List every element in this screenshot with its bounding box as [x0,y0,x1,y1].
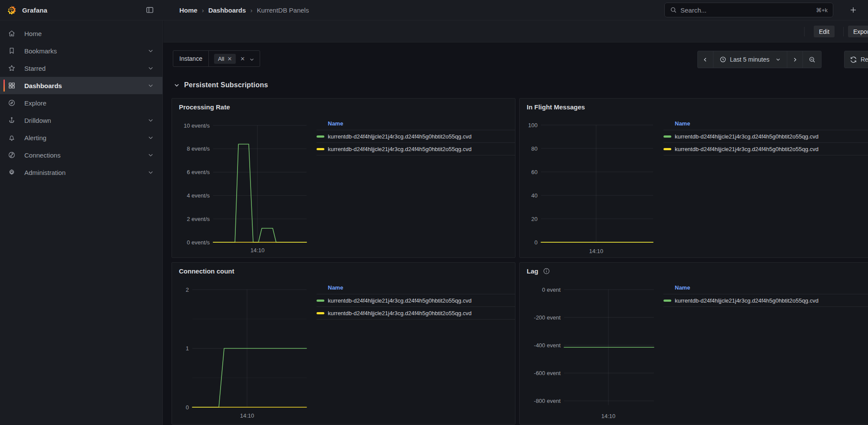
series-color-swatch[interactable] [663,135,671,138]
sidebar-item-starred[interactable]: Starred [0,59,162,77]
chevron-down-icon[interactable] [249,56,254,61]
legend-row[interactable]: kurrentdb-d24f4hljjcle21j4r3cg.d24f4h5g0… [663,294,868,307]
series-color-swatch[interactable] [663,148,671,150]
y-axis-tick-label: 60 [531,169,538,175]
y-axis-tick-label: 0 [535,239,538,246]
chevron-down-icon [148,169,154,175]
section-persistent-subscriptions[interactable]: Persistent Subscriptions [174,79,268,91]
breadcrumb-separator-icon: › [250,7,252,14]
series-color-swatch[interactable] [317,135,324,138]
series-line [213,144,307,242]
series-color-swatch[interactable] [317,312,324,314]
y-axis-tick-label: 40 [531,192,538,199]
sidebar-item-home[interactable]: Home [0,25,162,42]
series-color-swatch[interactable] [317,300,324,302]
clock-icon [719,56,726,63]
series-name-label[interactable]: kurrentdb-d24f4hljjcle21j4r3cg.d24f4h5g0… [675,146,818,152]
chevron-down-icon [148,117,154,123]
breadcrumb: Home›Dashboards›KurrentDB Panels [179,0,309,20]
x-axis-tick-label: 14:10 [601,413,616,419]
y-axis-tick-label: 6 event/s [187,169,210,175]
x-axis-tick-label: 14:10 [589,248,604,254]
series-name-label[interactable]: kurrentdb-d24f4hljjcle21j4r3cg.d24f4h5g0… [328,133,472,140]
legend-row[interactable]: kurrentdb-d24f4hljjcle21j4r3cg.d24f4h5g0… [663,143,868,155]
sidebar-item-bookmarks[interactable]: Bookmarks [0,42,162,59]
chevron-down-icon [174,82,180,88]
legend-row[interactable]: kurrentdb-d24f4hljjcle21j4r3cg.d24f4h5g0… [317,307,515,320]
chevron-down-icon [776,57,781,62]
sidebar-item-explore[interactable]: Explore [0,94,162,112]
legend-header-name[interactable]: Name [317,120,515,130]
legend-lag: Namekurrentdb-d24f4hljjcle21j4r3cg.d24f4… [663,284,868,307]
y-axis-tick-label: 0 event/s [187,239,210,246]
legend-row[interactable]: kurrentdb-d24f4hljjcle21j4r3cg.d24f4h5g0… [317,294,515,307]
brand-label[interactable]: Grafana [22,7,47,14]
series-name-label[interactable]: kurrentdb-d24f4hljjcle21j4r3cg.d24f4h5g0… [675,297,818,304]
time-shift-forward-button[interactable] [787,51,803,68]
legend-header-name[interactable]: Name [663,284,868,294]
legend-connection-count: Namekurrentdb-d24f4hljjcle21j4r3cg.d24f4… [317,284,515,320]
grafana-logo-icon[interactable] [6,5,17,16]
legend-row[interactable]: kurrentdb-d24f4hljjcle21j4r3cg.d24f4h5g0… [663,130,868,143]
y-axis-tick-label: 100 [528,122,538,128]
sidebar-nav: HomeBookmarksStarredDashboardsExploreDri… [0,20,163,425]
actions-divider [804,27,805,36]
legend-header-name[interactable]: Name [317,284,515,294]
sidebar-item-label: Bookmarks [24,47,139,55]
legend-row[interactable]: kurrentdb-d24f4hljjcle21j4r3cg.d24f4h5g0… [317,130,515,143]
y-axis-tick-label: 2 [186,287,189,293]
breadcrumb-item-kurrentdb-panels: KurrentDB Panels [257,7,309,14]
y-axis-tick-label: 1 [186,345,189,352]
breadcrumb-item-dashboards[interactable]: Dashboards [208,7,246,14]
time-range-picker[interactable]: Last 5 minutes [713,51,787,68]
sidebar-item-dashboards[interactable]: Dashboards [0,77,162,94]
actions-divider-2 [843,27,844,36]
y-axis-tick-label: 4 event/s [187,192,210,199]
search-box[interactable]: ⌘+k [664,3,833,17]
sidebar-item-label: Explore [24,99,139,107]
sidebar-item-drilldown[interactable]: Drilldown [0,112,162,129]
series-color-swatch[interactable] [663,300,671,302]
home-icon [8,30,16,37]
edit-button[interactable]: Edit [814,26,835,37]
search-shortcut-hint: ⌘+k [816,7,828,13]
legend-header-name[interactable]: Name [663,120,868,130]
add-new-button[interactable] [848,5,859,15]
refresh-button[interactable]: Refresh [844,51,868,68]
remove-value-icon[interactable]: ✕ [227,56,232,62]
series-name-label[interactable]: kurrentdb-d24f4hljjcle21j4r3cg.d24f4h5g0… [328,146,472,152]
search-icon [670,7,677,13]
y-axis-tick-label: -200 event [534,314,561,321]
grid-icon [8,82,16,89]
zoom-out-time-button[interactable] [802,51,822,68]
sidebar-toggle-icon[interactable] [145,6,154,14]
compass-icon [8,99,16,107]
grafana-dashboard-page: { "header": { "brand": "Grafana", "bread… [0,0,868,425]
breadcrumb-item-home[interactable]: Home [179,7,198,14]
sidebar-item-label: Alerting [24,134,139,142]
y-axis-tick-label: 0 [186,404,189,411]
series-name-label[interactable]: kurrentdb-d24f4hljjcle21j4r3cg.d24f4h5g0… [328,297,472,304]
time-shift-back-button[interactable] [697,51,713,68]
clear-filter-icon[interactable]: ✕ [240,56,245,62]
chevron-down-icon [148,48,154,54]
sidebar-item-administration[interactable]: Administration [0,164,162,181]
refresh-label: Refresh [861,56,868,63]
search-input[interactable] [680,7,812,14]
instance-filter-value: All [218,56,224,62]
instance-filter-value-pill[interactable]: All ✕ [214,54,236,64]
y-axis-tick-label: 8 event/s [187,145,210,152]
panel-lag: Lag0 event-200 event-400 event-600 event… [519,262,868,425]
gear-icon [8,168,16,176]
series-color-swatch[interactable] [317,148,324,150]
drilldown-icon [8,116,16,124]
series-name-label[interactable]: kurrentdb-d24f4hljjcle21j4r3cg.d24f4h5g0… [675,133,818,140]
sidebar-item-label: Dashboards [24,82,139,89]
series-name-label[interactable]: kurrentdb-d24f4hljjcle21j4r3cg.d24f4h5g0… [328,310,472,316]
sidebar-item-alerting[interactable]: Alerting [0,129,162,146]
x-axis-tick-label: 14:10 [251,247,265,254]
export-button[interactable]: Export [848,26,868,37]
sidebar-item-connections[interactable]: Connections [0,146,162,164]
bookmark-icon [8,47,16,55]
legend-row[interactable]: kurrentdb-d24f4hljjcle21j4r3cg.d24f4h5g0… [317,143,515,155]
